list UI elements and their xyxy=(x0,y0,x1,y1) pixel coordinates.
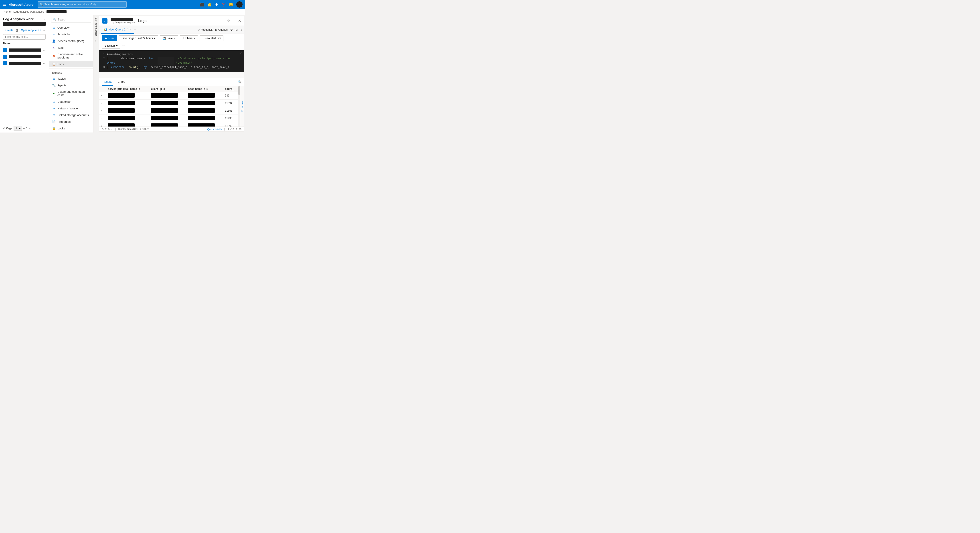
list-item[interactable]: ··· xyxy=(0,60,49,67)
hamburger-menu[interactable]: ☰ xyxy=(3,2,6,7)
toolbar-more-btn[interactable]: ··· xyxy=(122,44,125,48)
query-details-btn[interactable]: Query details xyxy=(207,128,222,130)
sort-icon: ↑↓ xyxy=(206,88,208,90)
results-tab[interactable]: Results xyxy=(102,78,113,86)
col-client-ip[interactable]: client_ip_s xyxy=(149,86,186,92)
sidebar-item-export[interactable]: ⊟ Data export xyxy=(49,98,93,105)
row-expand-arrow[interactable]: › xyxy=(101,102,102,105)
cell-count: 11694 xyxy=(223,99,238,107)
columns-panel-toggle[interactable]: Columns xyxy=(240,86,244,127)
sidebar-item-storage[interactable]: ⊟ Linked storage accounts xyxy=(49,112,93,118)
next-page-btn[interactable]: > xyxy=(29,127,30,130)
share-button[interactable]: ↗ Share ∨ xyxy=(180,35,198,41)
sidebar-item-logs[interactable]: 📋 Logs xyxy=(49,61,93,67)
expand-query-btn[interactable]: ··· xyxy=(102,73,104,76)
sidebar-item-activity-log[interactable]: ≡ Activity log xyxy=(49,31,93,38)
breadcrumb-home[interactable]: Home xyxy=(3,10,11,13)
schema-filter-toggle[interactable]: Schema and Filter » xyxy=(94,15,98,133)
more-options-icon[interactable]: ··· xyxy=(232,19,235,23)
tab-close-btn[interactable]: ✕ xyxy=(129,28,131,31)
query-editor[interactable]: 1 AzureDiagnostics 2 | where database_na… xyxy=(99,50,244,72)
sidebar-item-usage[interactable]: ● Usage and estimated costs xyxy=(49,89,93,98)
help-icon[interactable]: ❓ xyxy=(221,2,226,7)
results-scrollbar[interactable] xyxy=(238,86,240,127)
table-row[interactable]: › 11694 xyxy=(99,99,238,107)
sidebar-item-label: Overview xyxy=(57,26,69,29)
sidebar-item-network[interactable]: ↔ Network isolation xyxy=(49,105,93,112)
item-more-btn[interactable]: ··· xyxy=(43,62,46,65)
cell-redacted-account xyxy=(108,116,135,120)
sidebar-item-diagnose[interactable]: ✕ Diagnose and solve problems xyxy=(49,51,93,61)
row-expand-arrow[interactable]: › xyxy=(101,117,102,120)
network-icon: ↔ xyxy=(52,106,56,110)
layout-icon[interactable]: ⊡ xyxy=(235,28,238,31)
row-expand-arrow[interactable]: › xyxy=(101,94,102,97)
export-button[interactable]: ⤓ Export ∨ xyxy=(102,43,120,49)
sidebar-item-iam[interactable]: 👤 Access control (IAM) xyxy=(49,38,93,44)
breadcrumb-workspaces[interactable]: Log Analytics workspaces xyxy=(13,10,44,13)
global-search[interactable]: 🔍 Search resources, services, and docs (… xyxy=(38,2,127,8)
collapse-btn[interactable]: « xyxy=(44,17,46,21)
col-count[interactable]: count_ xyxy=(223,86,238,92)
table-row[interactable]: › 11651 xyxy=(99,107,238,114)
time-range-button[interactable]: Time range : Last 24 hours ∨ xyxy=(119,35,158,41)
table-row[interactable]: › 11433 xyxy=(99,114,238,122)
query-collapse-btn[interactable]: ⌃ xyxy=(240,52,242,56)
save-chevron-icon: ∨ xyxy=(173,37,176,40)
cloud-shell-icon[interactable]: ⬛ xyxy=(200,2,204,7)
item-more-btn[interactable]: ··· xyxy=(43,55,46,59)
page-select[interactable]: 1 xyxy=(14,126,22,131)
prev-page-btn[interactable]: < xyxy=(3,127,5,130)
feedback-btn[interactable]: ♡ Feedback xyxy=(197,28,213,31)
run-button[interactable]: ▶ Run xyxy=(102,35,117,41)
chart-tab[interactable]: Chart xyxy=(116,78,126,86)
panel-more-btn[interactable]: ∨ xyxy=(240,28,242,31)
table-row[interactable]: › 536 xyxy=(99,92,238,99)
editor-settings-icon[interactable]: ⚙ xyxy=(230,28,233,31)
resource-icon xyxy=(3,55,7,59)
col-host-name[interactable]: host_name_s ↑↓ xyxy=(186,86,223,92)
share-icon: ↗ xyxy=(182,37,185,40)
notifications-icon[interactable]: 🔔 xyxy=(207,2,212,7)
add-tab-btn[interactable]: + xyxy=(134,28,136,32)
settings-icon[interactable]: ⚙ xyxy=(215,2,218,7)
sidebar-item-overview[interactable]: ⊞ Overview xyxy=(49,24,93,31)
col-server-principal[interactable]: server_principal_name_s xyxy=(106,86,149,92)
profile-avatar[interactable] xyxy=(236,2,243,8)
schema-expand-icon[interactable]: » xyxy=(95,39,97,43)
close-logs-btn[interactable]: ✕ xyxy=(238,19,241,23)
recycle-bin-button[interactable]: Open recycle bin xyxy=(21,29,41,32)
sidebar-search[interactable]: 🔍 Search xyxy=(51,17,91,22)
save-button[interactable]: 💾 Save ∨ xyxy=(160,35,178,41)
favorite-icon[interactable]: ☆ xyxy=(227,19,230,23)
list-item[interactable]: ··· xyxy=(0,53,49,60)
sidebar-item-label: Tags xyxy=(57,46,64,49)
export-label: Export xyxy=(107,44,115,48)
new-alert-rule-button[interactable]: + New alert rule xyxy=(200,35,223,41)
workspace-subtitle-redacted xyxy=(3,22,46,26)
feedback-icon[interactable]: 😊 xyxy=(229,2,233,7)
display-time-btn[interactable]: Display time (UTC+00:00) ∨ xyxy=(118,128,149,130)
table-row[interactable]: › 11260 xyxy=(99,122,238,127)
filter-input[interactable] xyxy=(3,34,46,40)
row-expand-arrow[interactable]: › xyxy=(101,109,102,112)
scroll-thumb[interactable] xyxy=(238,86,240,95)
sidebar-item-tags[interactable]: 🏷 Tags xyxy=(49,44,93,51)
sidebar-item-properties[interactable]: 📄 Properties xyxy=(49,118,93,125)
query-tabs-bar: 📊 New Query 1 * ✕ + ♡ Feedback ⊞ Queries… xyxy=(99,26,244,34)
results-search-icon[interactable]: 🔍 xyxy=(238,80,242,84)
list-item[interactable]: ··· xyxy=(0,47,49,53)
queries-btn[interactable]: ⊞ Queries xyxy=(215,28,228,31)
item-more-btn[interactable]: ··· xyxy=(43,48,46,52)
sidebar-item-tables[interactable]: ⊞ Tables xyxy=(49,75,93,82)
logs-panel: L Log Analytics workspace Logs ☆ ··· ✕ 📊… xyxy=(99,16,244,132)
create-button[interactable]: + Create xyxy=(3,29,13,32)
more-actions-btn[interactable]: ··· xyxy=(43,29,45,32)
export-chevron-icon: ∨ xyxy=(116,44,118,48)
query-tab[interactable]: 📊 New Query 1 * ✕ xyxy=(101,26,134,34)
sidebar-item-agents[interactable]: 🔧 Agents xyxy=(49,82,93,89)
sidebar-item-locks[interactable]: 🔒 Locks xyxy=(49,125,93,132)
display-time-label: Display time (UTC+00:00) xyxy=(118,128,146,130)
row-expand-arrow[interactable]: › xyxy=(101,125,102,127)
cell-redacted-ip xyxy=(151,108,178,113)
